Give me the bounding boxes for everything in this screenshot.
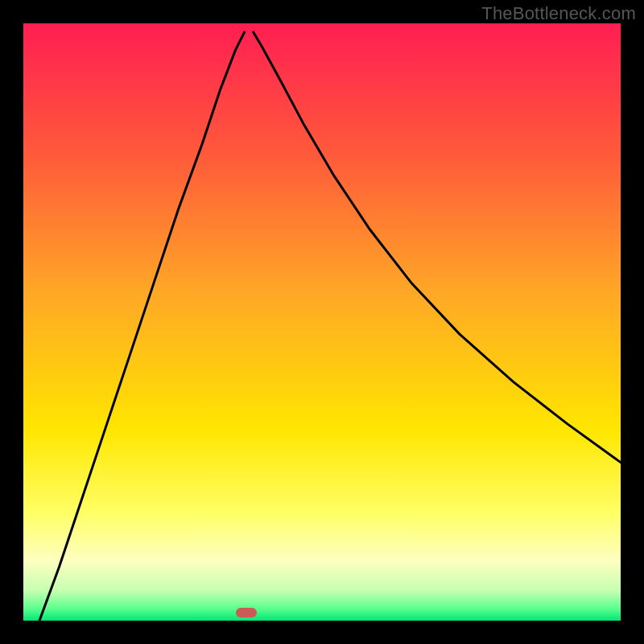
bottleneck-curve — [23, 23, 621, 621]
optimal-marker — [236, 608, 257, 617]
chart-frame: TheBottleneck.com — [0, 0, 644, 644]
curve-right-branch — [254, 32, 621, 462]
plot-area — [23, 23, 621, 621]
curve-left-branch — [39, 32, 245, 621]
watermark-text: TheBottleneck.com — [481, 3, 636, 24]
